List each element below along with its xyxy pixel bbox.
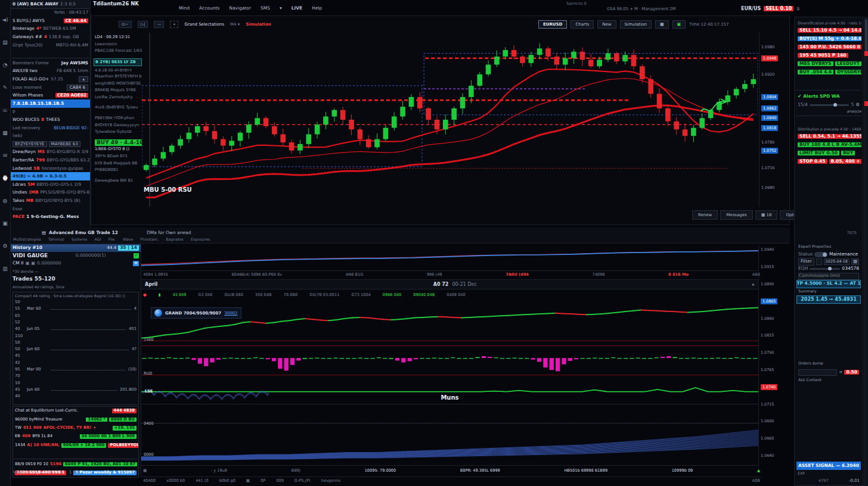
cell[interactable]: CAB4 6	[67, 85, 88, 91]
watch-row[interactable]: FOLAD ALO-GO+57.25▴	[11, 75, 90, 83]
cell[interactable]: Commissions-limit	[798, 273, 859, 280]
cell[interactable]: CE20 AOE02	[55, 93, 88, 98]
cell[interactable]: Messages	[720, 210, 752, 220]
alerts-slider[interactable]	[810, 104, 850, 106]
cell[interactable]: 35 | 14	[118, 245, 139, 251]
cell[interactable]: POLBEEYYOU	[108, 443, 138, 448]
scrollbar-thumb[interactable]	[865, 19, 867, 55]
signal-row[interactable]: 96000 byMind Treasure14002 *6000 D BU	[13, 415, 138, 423]
cell[interactable]: —	[154, 21, 164, 28]
cell[interactable]: ⊙−	[119, 21, 132, 28]
analyze-link[interactable]: analyze	[796, 109, 861, 114]
signal-badge-row[interactable]: BUY 100 4.8 L B AV-5.4M	[796, 141, 861, 149]
cell[interactable]: DYSSDRYPT	[835, 70, 861, 75]
timeline-bar[interactable]: April A0 72 00-21 Dec ▸	[141, 279, 758, 289]
cell[interactable]: BUY .054 4.6	[798, 70, 833, 75]
chip-link[interactable]: 30002	[224, 311, 237, 316]
cell[interactable]: BUY 100 4.8 L B AV-5.4M	[798, 142, 861, 148]
watch-row[interactable]: Wilson PhasesCE20 AOE02	[11, 92, 90, 100]
cell[interactable]: CE 46.64	[64, 18, 88, 23]
signal-badge-row[interactable]: SELL 15.10 4.5 → 04 14.018	[796, 26, 861, 35]
signal-row[interactable]: 1434A) 10 UNE/AN,906/09 + 16 2 900POLBEE…	[13, 441, 138, 450]
cell[interactable]: 34 5000 00 1 809 L 909	[80, 434, 137, 439]
cell[interactable]: 2025-04-18	[824, 258, 850, 265]
cell[interactable]: 145 00 P.U. 5426 5660 0	[798, 45, 861, 50]
sell-badge[interactable]: SELL 0.10	[764, 6, 793, 11]
cell[interactable]: LESDUYT	[835, 61, 861, 67]
dock-icon-10[interactable]: ⚙	[1, 242, 10, 250]
cell[interactable]: Charts	[571, 20, 594, 29]
signal-badge-row[interactable]: MES DYBRYSLESDUYT	[796, 60, 861, 68]
cell[interactable]: ▴	[79, 76, 88, 82]
dock-icon-8[interactable]: ◍	[1, 197, 10, 205]
cell[interactable]: +19. 135	[113, 426, 137, 431]
cell[interactable]	[810, 268, 840, 270]
cell[interactable]: ▦	[655, 20, 669, 29]
chart-overlay-chip[interactable]: GRAND 7004/9500/9007 30002	[151, 307, 241, 319]
signal-row[interactable]: EB409BY9 1L 8434 5000 00 1 809 L 909	[13, 432, 138, 441]
cell[interactable]: ▦ 18	[755, 210, 778, 220]
cell[interactable]: BUY(S) M 55g + 0.4-18.64	[798, 36, 861, 42]
cell[interactable]: 14002 *	[86, 418, 107, 422]
cell[interactable]: 6049 P 91, 1920 BU, A01 10 87	[63, 462, 137, 467]
cell[interactable]: Renew	[692, 210, 718, 220]
chart-info-row[interactable]: BUY 49 · 4.4-16B	[94, 139, 142, 147]
signal-badge-row[interactable]: BUY(S) M 55g + 0.4-18.64	[796, 35, 861, 43]
dock-icon-1[interactable]: ▤	[1, 38, 10, 46]
cell[interactable]: M4 ▾	[230, 22, 240, 27]
asset-signal-row[interactable]: ASSET SIGNAL — 6.2040 EURUSD	[796, 462, 861, 470]
cell[interactable]: EURUSD	[538, 20, 567, 29]
cell[interactable]: ≡	[133, 261, 139, 266]
cell[interactable]: ✓	[134, 253, 139, 258]
signal-badge-row[interactable]: BUY .054 4.6DYSSDRYPT	[796, 68, 861, 76]
watch-row[interactable]: Lose momentCAB4 6	[11, 83, 90, 92]
cell[interactable]: 195 45 9051 P 160	[798, 53, 848, 58]
dock-icon-7[interactable]: ⌚	[1, 174, 10, 182]
dock-icon-0[interactable]: ◄)	[1, 15, 10, 24]
cell[interactable]: ▷|	[138, 21, 148, 28]
dock-icon-11[interactable]: ▥	[1, 264, 10, 273]
cell[interactable]: ⌖	[170, 21, 178, 28]
orders-header-row[interactable]: History #1044.435 | 14	[11, 244, 141, 252]
cell[interactable]: STOP 0.45	[798, 159, 827, 164]
watch-row[interactable]: 49(B) = 4.9B = 6.3-0.5	[11, 172, 90, 180]
signal-row[interactable]: TW011 909AFOL-CYCIDE, TY BR! ++19. 135	[13, 424, 138, 432]
cell[interactable]: BUY	[841, 151, 855, 156]
form-row[interactable]: 2025 1.45 → 45.4931	[796, 295, 861, 304]
signal-badge-row[interactable]: LIMIT BUY 0.50BUY	[796, 149, 861, 157]
cell[interactable]: SELL 15.10 4.5 → 04 14.018	[798, 28, 861, 33]
right-scrollbar[interactable]	[864, 17, 868, 486]
timeline-arrow-icon[interactable]: ▸	[752, 282, 755, 287]
cell[interactable]	[798, 369, 837, 376]
cell[interactable]: Simulation	[246, 22, 271, 27]
cell[interactable]: BUY 49 · 4.4-16B	[95, 139, 142, 145]
cell[interactable]: 444 4838	[112, 409, 137, 413]
signal-badge-row[interactable]: 195 45 9051 P 160	[796, 51, 861, 60]
watch-row[interactable]: 7.8.1B.1B.1S.1B.1B.5	[11, 99, 90, 108]
cell[interactable]	[816, 258, 822, 265]
signal-badge-row[interactable]: SELL 0.54, 5.1 → 46.1355	[796, 132, 861, 141]
signal-row[interactable]: 88/9 0919 F0 1051906049 P 91, 1920 BU, A…	[13, 460, 138, 468]
dock-icon-2[interactable]: ◔	[1, 61, 10, 69]
cell[interactable]: ▦	[851, 258, 859, 265]
cell[interactable]: Simulation	[620, 20, 652, 29]
alerts-check-icon[interactable]: ✔	[798, 94, 801, 99]
cell[interactable]: 906/09 + 16 2 900	[61, 443, 107, 448]
dock-icon-9[interactable]: ▣	[1, 219, 10, 228]
dock-icon-6[interactable]: ✉	[1, 151, 10, 160]
signal-badge-row[interactable]: 145 00 P.U. 5426 5660 0	[796, 43, 861, 51]
dock-icon-4[interactable]: ☏	[1, 106, 10, 114]
chart-info-row[interactable]: B 2YB) 9835 LY ZB	[94, 58, 142, 67]
cell[interactable]	[814, 252, 827, 257]
cell[interactable]: 6000 D BU	[109, 418, 137, 422]
gear-icon[interactable]: ⚙	[855, 102, 860, 108]
cell[interactable]: ▣	[672, 20, 686, 29]
signal-badge-row[interactable]: STOP 0.45B.05, 400 + 0.50	[796, 157, 861, 166]
dock-icon-5[interactable]: ▦	[1, 129, 10, 137]
cell[interactable]: B.05, 400 + 0.50	[829, 159, 861, 164]
cell[interactable]: LIMIT BUY 0.50	[798, 151, 839, 156]
form-row[interactable]: TP 4.5000 · SL 4.2 — AT 1	[796, 280, 861, 288]
signal-row[interactable]: Chat at Equilibrium Lost-Curric.444 4838	[13, 407, 138, 415]
dock-icon-3[interactable]: ✎	[1, 83, 10, 92]
cell[interactable]: MES DYBRYS	[798, 61, 833, 67]
